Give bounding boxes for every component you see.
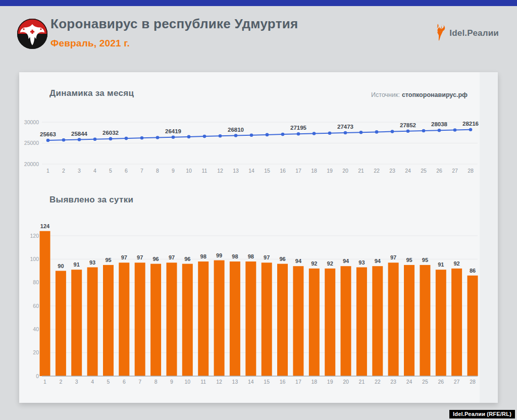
bar[interactable]: [167, 262, 177, 376]
bar[interactable]: [103, 265, 114, 376]
bar[interactable]: [214, 260, 225, 376]
bar[interactable]: [119, 262, 129, 376]
y-tick-label: 30000: [24, 119, 39, 125]
x-tick-label: 17: [295, 168, 301, 174]
bar[interactable]: [420, 265, 430, 376]
bar-value-label: 97: [169, 254, 175, 260]
bar[interactable]: [356, 268, 367, 377]
line-point[interactable]: [406, 130, 410, 133]
x-tick-label: 11: [202, 168, 208, 174]
line-point[interactable]: [62, 138, 66, 142]
y-tick-label: 20: [33, 349, 39, 355]
bar-value-label: 93: [89, 259, 95, 266]
bar-value-label: 124: [40, 223, 50, 229]
bar-value-label: 98: [200, 253, 206, 259]
line-point[interactable]: [375, 130, 379, 134]
line-point[interactable]: [281, 133, 285, 136]
bar[interactable]: [388, 262, 399, 376]
line-point[interactable]: [344, 131, 347, 135]
bar-value-label: 98: [232, 253, 238, 259]
line-point[interactable]: [313, 132, 316, 135]
bar[interactable]: [451, 269, 462, 376]
bar-value-label: 98: [248, 253, 254, 259]
line-point[interactable]: [328, 132, 332, 135]
bar[interactable]: [309, 269, 320, 376]
bar-value-label: 97: [390, 254, 396, 260]
x-tick-label: 5: [107, 379, 110, 385]
y-tick-label: 25000: [24, 140, 39, 146]
bar-value-label: 90: [58, 263, 64, 269]
y-tick-label: 120: [30, 233, 39, 239]
bar[interactable]: [150, 264, 161, 376]
bar[interactable]: [40, 231, 50, 376]
bar[interactable]: [198, 261, 209, 376]
line-point[interactable]: [250, 133, 253, 137]
bar[interactable]: [468, 276, 478, 376]
bar[interactable]: [245, 261, 256, 376]
x-tick-label: 26: [436, 168, 442, 174]
x-tick-label: 1: [43, 379, 46, 385]
y-tick-label: 80: [33, 279, 39, 285]
bar[interactable]: [135, 262, 145, 376]
bar-chart-svg[interactable]: 0204060801001201241902913934955976977968…: [19, 221, 498, 391]
charts-card: Динамика за месяц Источник:стопкоронавир…: [19, 72, 498, 403]
line-point[interactable]: [125, 137, 128, 140]
line-point[interactable]: [438, 129, 441, 132]
line-point[interactable]: [109, 137, 113, 141]
line-chart-svg[interactable]: 2000025000300001256632325844452603267892…: [19, 115, 498, 183]
page-title: Коронавирус в республике Удмуртия: [50, 16, 298, 32]
line-point[interactable]: [422, 129, 426, 133]
line-point[interactable]: [359, 131, 363, 134]
x-tick-label: 16: [280, 379, 286, 385]
x-tick-label: 28: [470, 379, 476, 385]
bar-value-label: 92: [453, 260, 459, 267]
line-point[interactable]: [203, 135, 206, 138]
line-point[interactable]: [156, 136, 160, 139]
bar[interactable]: [293, 266, 303, 376]
line-point[interactable]: [469, 128, 473, 132]
bar[interactable]: [404, 265, 415, 376]
source-label: Источник:: [371, 91, 400, 98]
bar[interactable]: [230, 261, 240, 376]
x-tick-label: 9: [172, 168, 175, 174]
line-point[interactable]: [453, 128, 457, 132]
bar-value-label: 95: [406, 257, 412, 263]
bar[interactable]: [87, 268, 98, 377]
line-point[interactable]: [140, 136, 144, 140]
bar[interactable]: [56, 271, 66, 377]
bar[interactable]: [436, 270, 446, 376]
bar[interactable]: [182, 264, 193, 376]
bar[interactable]: [341, 266, 351, 376]
x-tick-label: 10: [184, 379, 190, 385]
x-tick-label: 6: [123, 379, 126, 385]
x-tick-label: 24: [405, 168, 411, 174]
source-note: Источник:стопкоронавирус.рф: [371, 91, 468, 98]
point-value-label: 25663: [40, 131, 56, 137]
line-point[interactable]: [297, 132, 300, 136]
line-point[interactable]: [93, 137, 97, 141]
line-point[interactable]: [219, 134, 222, 138]
x-tick-label: 21: [359, 379, 365, 385]
point-value-label: 25844: [71, 131, 88, 137]
line-point[interactable]: [266, 133, 269, 137]
bar[interactable]: [262, 262, 272, 376]
bar[interactable]: [277, 264, 288, 376]
x-tick-label: 16: [280, 168, 286, 174]
bar-value-label: 91: [438, 261, 444, 268]
point-value-label: 27473: [337, 124, 353, 130]
bar[interactable]: [372, 266, 383, 376]
line-point[interactable]: [172, 135, 175, 139]
x-tick-label: 17: [295, 379, 301, 385]
x-tick-label: 27: [452, 168, 458, 174]
bar[interactable]: [325, 269, 335, 376]
x-tick-label: 12: [216, 379, 222, 385]
line-point[interactable]: [187, 135, 191, 139]
line-point[interactable]: [78, 138, 81, 141]
bar-chart-title: Выявлено за сутки: [49, 195, 133, 205]
line-point[interactable]: [234, 134, 238, 137]
bar[interactable]: [71, 270, 82, 376]
y-tick-label: 60: [33, 303, 39, 309]
line-point[interactable]: [46, 139, 50, 142]
point-value-label: 28038: [431, 121, 448, 127]
line-point[interactable]: [391, 130, 394, 133]
